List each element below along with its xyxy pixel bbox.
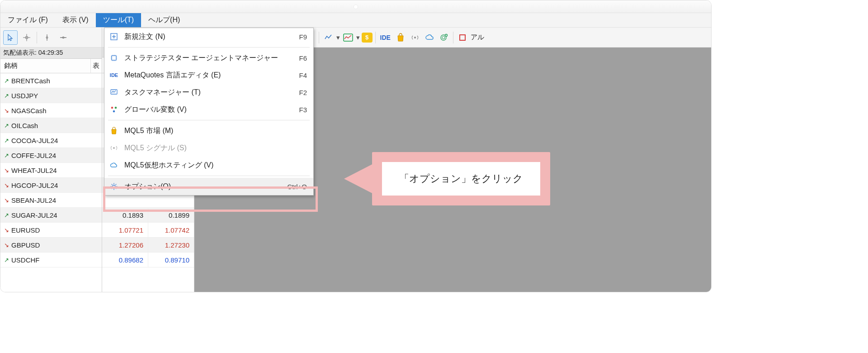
symbol-name: OILCash <box>10 122 102 129</box>
toolbar-separator <box>453 32 453 43</box>
svg-point-30 <box>113 147 115 149</box>
market-watch-row[interactable]: ↘EURUSD <box>0 223 102 238</box>
price-row[interactable]: 1.272061.27230 <box>102 238 194 253</box>
price-row[interactable]: 0.18930.1899 <box>102 208 194 223</box>
monitor-icon <box>109 87 119 97</box>
one-click-trading-button[interactable]: $ <box>362 33 373 43</box>
menu-item-label: タスクマネージャー (T) <box>124 88 293 97</box>
symbol-name: USDJPY <box>10 92 102 100</box>
cursor-icon <box>6 33 14 42</box>
menu-item-shortcut: F9 <box>299 33 307 41</box>
signals-button[interactable] <box>409 31 421 44</box>
menu-item-label: MQL5仮想ホスティング (V) <box>124 161 307 170</box>
vline-tool-button[interactable] <box>40 30 54 45</box>
ask-price: 1.07742 <box>148 223 194 237</box>
symbol-name: HGCOP-JUL24 <box>10 181 102 189</box>
menu-item-label: MQL5 シグナル (S) <box>124 143 307 153</box>
price-row[interactable]: 0.896820.89710 <box>102 253 194 267</box>
symbol-name: NGASCash <box>10 107 102 114</box>
menu-item-label: ストラテジテスター エージェントマネージャー <box>124 53 293 63</box>
menu-mql5-vps[interactable]: MQL5仮想ホスティング (V) <box>104 157 313 174</box>
menu-file[interactable]: ファイル (F) <box>0 13 55 27</box>
market-watch-row[interactable]: ↗COFFE-JUL24 <box>0 148 102 163</box>
menu-help[interactable]: ヘルプ(H) <box>141 13 187 27</box>
market-watch-row[interactable]: ↘WHEAT-JUL24 <box>0 163 102 178</box>
tools-dropdown: 新規注文 (N) F9 ストラテジテスター エージェントマネージャー F6 ID… <box>104 28 314 196</box>
column-other[interactable]: 表 <box>91 59 102 73</box>
market-watch-row[interactable]: ↘HGCOP-JUL24 <box>0 178 102 193</box>
crosshair-tool-button[interactable] <box>19 30 34 45</box>
tutorial-callout: 「オプション」をクリック <box>372 152 550 205</box>
line-chart-button[interactable] <box>322 31 335 44</box>
broadcast-icon <box>109 143 119 153</box>
column-symbol[interactable]: 銘柄 <box>0 59 91 73</box>
menu-item-label: 新規注文 (N) <box>124 32 293 42</box>
symbol-name: BRENTCash <box>10 77 102 85</box>
menu-view[interactable]: 表示 (V) <box>55 13 96 27</box>
shopping-bag-icon <box>396 33 405 42</box>
ask-price: 1.27230 <box>148 238 194 252</box>
market-watch-row[interactable]: ↘NGASCash <box>0 103 102 118</box>
menu-item-shortcut: F6 <box>299 54 307 62</box>
bid-price: 1.27206 <box>102 238 148 252</box>
svg-line-36 <box>112 184 113 185</box>
ask-price: 0.1899 <box>148 208 194 222</box>
arrow-up-icon: ↗ <box>2 257 10 263</box>
menu-tools[interactable]: ツール(T) <box>96 13 141 27</box>
market-watch-row[interactable]: ↘SBEAN-JUL24 <box>0 193 102 208</box>
arrow-up-icon: ↗ <box>2 137 10 144</box>
menu-task-manager[interactable]: タスクマネージャー (T) F2 <box>104 84 313 101</box>
symbol-name: EURUSD <box>10 226 102 234</box>
cloud-icon <box>425 33 434 42</box>
chart-window-button[interactable] <box>342 31 354 44</box>
toolbar-separator <box>37 32 37 43</box>
stop-square-icon <box>459 34 466 41</box>
shopping-bag-icon <box>109 126 119 136</box>
market-watch-row[interactable]: ↗SUGAR-JUL24 <box>0 208 102 223</box>
new-order-icon <box>109 32 119 42</box>
menu-new-order[interactable]: 新規注文 (N) F9 <box>104 28 313 45</box>
menu-separator <box>108 176 310 176</box>
menu-global-variables[interactable]: グローバル変数 (V) F3 <box>104 101 313 118</box>
menu-strategy-tester[interactable]: ストラテジテスター エージェントマネージャー F6 <box>104 49 313 67</box>
arrow-down-icon: ↘ <box>2 107 10 114</box>
market-watch-row[interactable]: ↗USDCHF <box>0 253 102 267</box>
menu-mql5-signals: MQL5 シグナル (S) <box>104 139 313 157</box>
refresh-button[interactable] <box>438 31 450 44</box>
bid-price: 0.1893 <box>102 208 148 222</box>
drawing-toolbar <box>0 28 102 48</box>
algo-trading-button[interactable] <box>456 31 469 44</box>
menu-item-label: MetaQuotes 言語エディタ (E) <box>124 71 293 80</box>
menu-options[interactable]: オプション(O) Ctrl+O <box>104 178 313 195</box>
market-bag-button[interactable] <box>394 31 407 44</box>
radar-plus-icon <box>439 33 448 42</box>
hline-tool-button[interactable] <box>56 30 71 45</box>
arrow-down-icon: ↘ <box>2 182 10 189</box>
menu-separator <box>108 47 310 48</box>
ide-button[interactable]: IDE <box>378 34 392 41</box>
menu-item-label: MQL5 市場 (M) <box>124 126 307 136</box>
toolbar-separator <box>319 32 319 43</box>
cursor-tool-button[interactable] <box>3 30 18 45</box>
arrow-down-icon: ↘ <box>2 167 10 174</box>
svg-line-37 <box>116 188 117 189</box>
market-watch-row[interactable]: ↗OILCash <box>0 118 102 133</box>
svg-rect-17 <box>112 56 116 60</box>
menu-mql5-market[interactable]: MQL5 市場 (M) <box>104 122 313 139</box>
price-row[interactable]: 1.077211.07742 <box>102 223 194 238</box>
callout-text: 「オプション」をクリック <box>372 152 550 205</box>
arrow-down-icon: ↘ <box>2 227 10 234</box>
menu-item-label: オプション(O) <box>124 182 282 191</box>
crosshair-icon <box>23 33 31 42</box>
market-watch-row[interactable]: ↗COCOA-JUL24 <box>0 133 102 148</box>
window-titlebar <box>0 0 711 13</box>
market-watch-row[interactable]: ↗BRENTCash <box>0 73 102 88</box>
arrow-up-icon: ↗ <box>2 152 10 159</box>
market-watch-row[interactable]: ↘GBPUSD <box>0 238 102 253</box>
market-watch-row[interactable]: ↗USDJPY <box>0 88 102 103</box>
vps-button[interactable] <box>423 31 436 44</box>
menu-item-label: グローバル変数 (V) <box>124 105 293 114</box>
arrow-down-icon: ↘ <box>2 242 10 248</box>
arrow-up-icon: ↗ <box>2 212 10 219</box>
menu-metaeditor[interactable]: IDE MetaQuotes 言語エディタ (E) F4 <box>104 67 313 84</box>
